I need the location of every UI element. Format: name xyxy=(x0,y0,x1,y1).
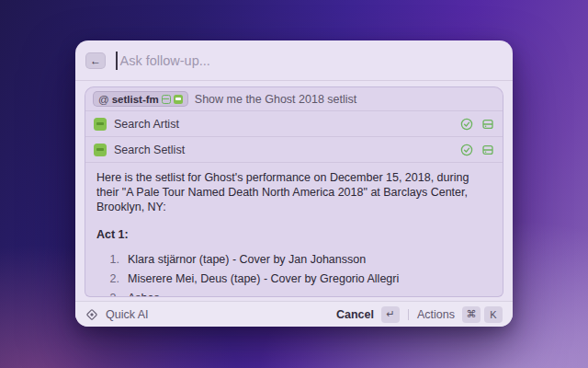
k-key-badge: K xyxy=(484,306,503,323)
check-circle-icon xyxy=(460,144,473,156)
cancel-button[interactable]: Cancel xyxy=(336,308,374,321)
status-bar: Quick AI Cancel ↵ Actions ⌘ K xyxy=(75,301,513,327)
user-query-text: Show me the Ghost 2018 setlist xyxy=(195,93,356,106)
text-caret xyxy=(116,52,118,70)
cmd-key-badge: ⌘ xyxy=(462,306,481,323)
song-number: 2. xyxy=(104,271,119,286)
response-paragraph: Here is the setlist for Ghost's performa… xyxy=(96,170,492,214)
at-symbol: @ xyxy=(98,94,109,105)
quick-ai-window: ← Ask follow-up... @ setlist-fm Show me … xyxy=(75,40,513,327)
output-drive-icon[interactable] xyxy=(481,118,494,131)
list-item: 1. Klara stjärnor (tape) - Cover by Jan … xyxy=(96,252,492,267)
list-item: 3. Ashes xyxy=(96,291,492,296)
mention-name: setlist-fm xyxy=(112,94,159,105)
quick-ai-label-group: Quick AI xyxy=(85,308,149,321)
quick-ai-label: Quick AI xyxy=(106,308,149,321)
setlist-fm-app-icon xyxy=(174,95,183,104)
ai-response: Here is the setlist for Ghost's performa… xyxy=(85,163,503,296)
song-title: Miserere Mei, Deus (tape) - Cover by Gre… xyxy=(128,271,399,286)
song-title: Klara stjärnor (tape) - Cover by Jan Joh… xyxy=(128,252,366,267)
check-circle-icon xyxy=(460,118,473,131)
tool-row-search-artist[interactable]: Search Artist xyxy=(85,111,503,137)
tool-row-search-setlist[interactable]: Search Setlist xyxy=(85,137,503,163)
setlist-fm-mention-badge[interactable]: @ setlist-fm xyxy=(93,91,188,107)
conversation-card: @ setlist-fm Show me the Ghost 2018 setl… xyxy=(85,86,503,297)
back-button[interactable]: ← xyxy=(85,52,106,69)
setlist-fm-app-icon xyxy=(94,118,107,131)
follow-up-input-bar: ← Ask follow-up... xyxy=(75,40,513,81)
tool-label: Search Artist xyxy=(114,118,460,131)
return-key-badge: ↵ xyxy=(381,306,400,323)
footer-divider xyxy=(408,309,409,320)
list-item: 2. Miserere Mei, Deus (tape) - Cover by … xyxy=(96,271,492,286)
setlist-fm-outline-icon xyxy=(162,95,171,104)
song-number: 3. xyxy=(104,291,119,296)
back-arrow-icon: ← xyxy=(90,54,101,67)
song-number: 1. xyxy=(104,252,119,267)
act-heading: Act 1: xyxy=(96,227,492,242)
actions-button[interactable]: Actions xyxy=(417,308,455,321)
output-drive-icon[interactable] xyxy=(481,144,494,156)
user-query-row: @ setlist-fm Show me the Ghost 2018 setl… xyxy=(85,87,503,111)
song-title: Ashes xyxy=(128,291,160,296)
quick-ai-diamond-icon xyxy=(85,308,98,321)
follow-up-input[interactable]: Ask follow-up... xyxy=(120,53,210,68)
tool-label: Search Setlist xyxy=(114,144,460,156)
setlist-fm-app-icon xyxy=(94,144,107,156)
